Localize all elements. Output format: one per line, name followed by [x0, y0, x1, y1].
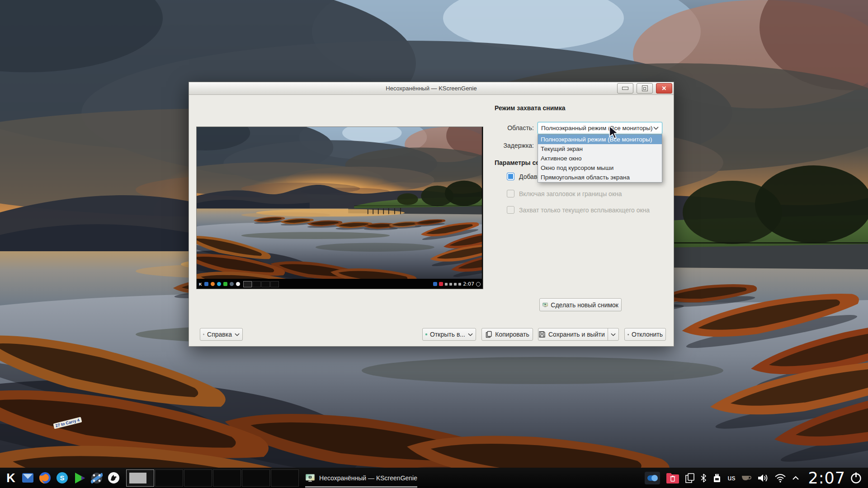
- preview-firefox-icon: [211, 282, 215, 286]
- kscreengenie-window: Несохранённый — KScreenGenie ✕ K: [189, 82, 674, 347]
- pager-window-thumbnail: [129, 473, 146, 483]
- amarok-icon[interactable]: [108, 472, 120, 484]
- volume-icon[interactable]: [758, 474, 769, 483]
- svg-text:S: S: [60, 474, 64, 482]
- mouse-cursor: [609, 126, 618, 139]
- discard-label: Отклонить: [632, 331, 663, 338]
- preview-tray-dot: [445, 283, 448, 286]
- save-options-dropdown[interactable]: [608, 328, 618, 340]
- copy-button[interactable]: Копировать: [481, 328, 533, 341]
- task-monitor-camera-icon: [305, 471, 315, 485]
- help-button[interactable]: Справка: [200, 328, 243, 341]
- close-button[interactable]: ✕: [656, 83, 672, 94]
- checkbox-row-include-pointer: Добави: [507, 173, 541, 180]
- trash-folder-icon[interactable]: [666, 472, 679, 484]
- task-title: Несохранённый — KScreenGenie: [319, 474, 417, 482]
- preview-taskbar: K 2:07: [197, 279, 483, 289]
- preview-tray-folder: [439, 282, 443, 286]
- content-options-heading: Параметры со: [495, 159, 540, 166]
- preview-wallpaper: [197, 127, 482, 279]
- taskbar-task-kscreengenie[interactable]: Несохранённый — KScreenGenie: [305, 468, 417, 488]
- preview-power-icon: [476, 282, 481, 286]
- media-app-icon[interactable]: [91, 472, 103, 484]
- clipboard-icon[interactable]: [685, 473, 694, 483]
- pager-desktop-6[interactable]: [271, 469, 299, 487]
- desktop: 27 to Carry 4 Несохранённый — KScreenGen…: [0, 0, 868, 488]
- capture-mode-heading: Режим захвата снимка: [495, 104, 565, 112]
- coffee-cup-icon[interactable]: [741, 474, 752, 482]
- close-icon: ✕: [662, 85, 667, 92]
- touchpad-toggle-icon[interactable]: [645, 472, 660, 484]
- save-and-exit-label: Сохранить и выйти: [548, 331, 605, 338]
- copy-icon: [485, 331, 492, 338]
- discard-icon: [627, 331, 629, 338]
- dropdown-option[interactable]: Текущий экран: [538, 144, 662, 154]
- firefox-icon[interactable]: [39, 472, 51, 484]
- skype-icon[interactable]: S: [56, 472, 68, 484]
- preview-skype-icon: [217, 282, 221, 286]
- dropdown-option[interactable]: Полноэкранный режим (Все мониторы): [538, 135, 662, 144]
- open-in-button[interactable]: Открыть в...: [422, 328, 476, 341]
- preview-tray-toggle: [433, 282, 437, 286]
- media-player-icon[interactable]: [73, 472, 86, 484]
- taskbar: K S: [0, 468, 868, 488]
- window-title: Несохранённый — KScreenGenie: [189, 82, 674, 94]
- dropdown-option[interactable]: Прямоугольная область экрана: [538, 173, 662, 182]
- checkbox-row-popup-only: Захват только текущего всплывающего окна: [507, 206, 650, 214]
- pager-desktop-2[interactable]: [155, 469, 183, 487]
- save-icon: [538, 331, 546, 338]
- capture-area-dropdown-list: Полноэкранный режим (Все мониторы) Текущ…: [538, 134, 662, 183]
- popup-only-label: Захват только текущего всплывающего окна: [519, 206, 650, 214]
- window-decorations-checkbox: [507, 190, 514, 197]
- open-in-label: Открыть в...: [430, 331, 465, 338]
- monitor-camera-icon: [542, 301, 548, 309]
- mail-icon[interactable]: [22, 472, 34, 484]
- pager-desktop-3[interactable]: [184, 469, 212, 487]
- preview-pager: [243, 281, 279, 287]
- wifi-icon[interactable]: [774, 474, 786, 483]
- combobox-value: Полноэкранный режим (Все мониторы): [541, 125, 653, 131]
- maximize-icon: [642, 85, 648, 91]
- virtual-desktop-pager: [126, 469, 300, 487]
- kde-menu-icon[interactable]: K: [5, 471, 17, 485]
- dropdown-option[interactable]: Окно под курсором мыши: [538, 163, 662, 173]
- minimize-button[interactable]: [617, 83, 633, 94]
- include-pointer-checkbox[interactable]: [507, 173, 514, 180]
- capture-area-combobox[interactable]: Полноэкранный режим (Все мониторы): [538, 122, 662, 134]
- save-and-exit-button[interactable]: Сохранить и выйти: [538, 328, 619, 341]
- discard-button[interactable]: Отклонить: [624, 328, 666, 341]
- delay-label: Задержка:: [474, 140, 534, 152]
- power-icon[interactable]: [850, 472, 862, 484]
- chevron-down-icon: [468, 333, 473, 336]
- chevron-down-icon: [653, 127, 659, 130]
- titlebar[interactable]: Несохранённый — KScreenGenie ✕: [189, 82, 674, 95]
- checkbox-row-window-decorations: Включая заголовок и границы окна: [507, 190, 622, 197]
- take-new-screenshot-label: Сделать новый снимок: [551, 301, 618, 309]
- open-in-icon: [425, 331, 427, 338]
- removable-device-icon[interactable]: [712, 473, 722, 483]
- preview-kde-icon: K: [199, 282, 202, 286]
- clock[interactable]: 2:07: [808, 469, 845, 487]
- chevron-down-icon: [611, 333, 616, 336]
- preview-mail-icon: [204, 282, 208, 286]
- help-label: Справка: [207, 331, 232, 338]
- preview-tray-dot: [454, 283, 457, 286]
- keyboard-layout-indicator[interactable]: us: [727, 474, 735, 482]
- maximize-button[interactable]: [637, 83, 653, 94]
- screenshot-preview: K 2:07: [196, 127, 483, 289]
- pager-desktop-5[interactable]: [242, 469, 270, 487]
- dropdown-option[interactable]: Активное окно: [538, 154, 662, 163]
- tray-expand-chevron-up-icon[interactable]: [792, 476, 799, 480]
- preview-clock: 2:07: [463, 281, 474, 287]
- help-icon: [203, 331, 204, 338]
- minimize-icon: [622, 87, 628, 90]
- area-label: Область:: [474, 122, 534, 134]
- chevron-down-icon: [235, 333, 240, 336]
- preview-amarok-icon: [236, 282, 240, 286]
- pager-desktop-1[interactable]: [126, 469, 154, 487]
- bluetooth-icon[interactable]: [700, 474, 707, 483]
- pager-desktop-4[interactable]: [213, 469, 241, 487]
- take-new-screenshot-button[interactable]: Сделать новый снимок: [539, 298, 622, 311]
- preview-tray-dot: [458, 283, 461, 286]
- popup-only-checkbox: [507, 206, 514, 214]
